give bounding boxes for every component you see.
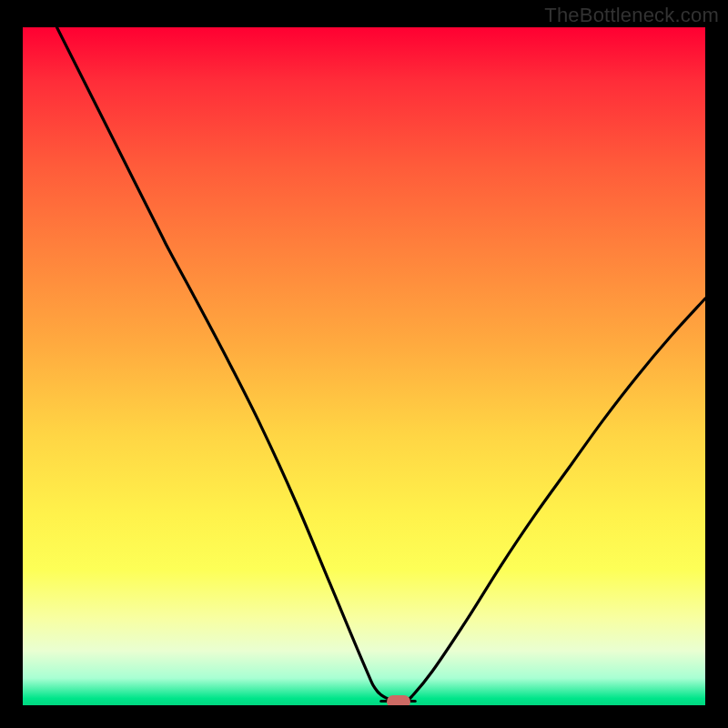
bottleneck-curve	[57, 27, 706, 703]
curve-layer	[23, 27, 705, 705]
plot-area	[23, 27, 705, 705]
watermark-text: TheBottleneck.com	[544, 4, 719, 27]
chart-frame: TheBottleneck.com	[0, 0, 728, 728]
bottleneck-marker	[387, 695, 410, 705]
